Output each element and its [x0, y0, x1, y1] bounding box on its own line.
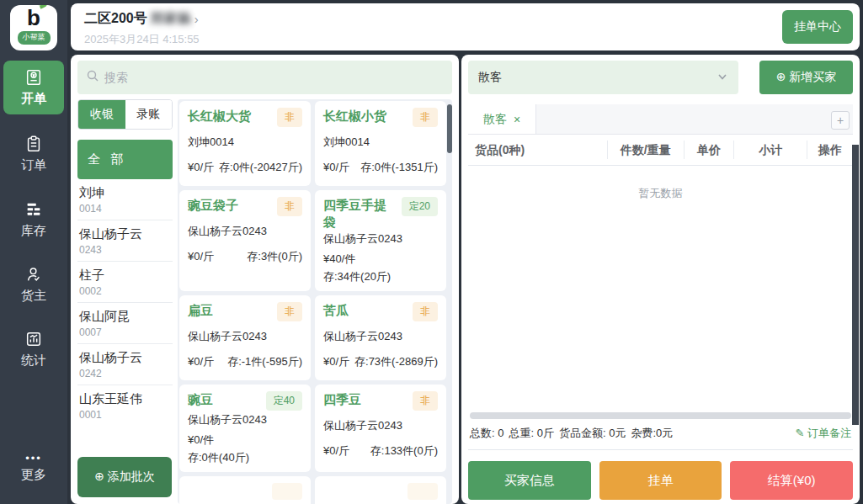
- col-qty-weight: 件数/重量: [607, 141, 684, 159]
- batch-item[interactable]: 保山杨子云 0243: [77, 220, 173, 262]
- add-buyer-button[interactable]: ⊕ 新增买家: [759, 61, 853, 94]
- batch-item[interactable]: 山东王延伟 0001: [77, 385, 173, 426]
- order-panel: 散客 ⊕ 新增买家 散客 × + 货品(0种) 件数/重量 单价 小计 操作 暂…: [461, 55, 860, 504]
- product-card-partial[interactable]: [315, 476, 446, 504]
- product-grid-scrollbar[interactable]: [447, 104, 452, 153]
- batch-name: 柱子: [79, 268, 171, 284]
- product-badge: 非: [277, 108, 302, 127]
- app-logo[interactable]: b 小帮菜: [10, 5, 57, 50]
- product-card[interactable]: 豌豆 定40 保山杨子云0243 ¥0/件 存:0件(40斤): [179, 385, 311, 472]
- product-stock: 存:3件(0斤): [247, 249, 302, 264]
- summary-label: 货品金额:: [559, 427, 606, 439]
- product-badge: 非: [277, 302, 302, 321]
- product-name: 扁豆: [188, 302, 272, 319]
- empty-state-text: 暂无数据: [468, 166, 853, 201]
- logo-letter: b: [27, 5, 40, 30]
- batch-item-all[interactable]: 全 部: [77, 140, 173, 179]
- batch-name: 保山杨子云: [79, 226, 171, 242]
- owner-icon: [24, 265, 43, 284]
- add-tab-button[interactable]: +: [831, 111, 850, 130]
- app-name: 小帮菜: [18, 31, 51, 45]
- buyer-select-value: 散客: [478, 70, 717, 85]
- batch-item[interactable]: 保山阿昆 0007: [77, 303, 173, 344]
- product-card[interactable]: 四季豆 非 保山杨子云0243 ¥0/斤 存:133件(0斤): [315, 385, 446, 472]
- search-box[interactable]: [77, 61, 452, 94]
- buyer-select[interactable]: 散客: [468, 61, 738, 94]
- order-tab-bar: 散客 × +: [468, 104, 853, 135]
- sidebar-item-label: 更多: [21, 467, 46, 483]
- order-summary: 总数: 0 总重: 0斤 货品金额: 0元 杂费:0元 ✎ 订单备注: [468, 426, 853, 450]
- batch-code: 0014: [79, 203, 171, 215]
- stats-icon: [24, 330, 43, 348]
- order-remark-link[interactable]: ✎ 订单备注: [795, 426, 851, 441]
- buyer-info-button[interactable]: 买家信息: [468, 461, 591, 500]
- batch-code: 0243: [79, 244, 171, 256]
- sidebar-item-label: 货主: [21, 288, 46, 304]
- add-batch-button[interactable]: ⊕ 添加批次: [77, 457, 172, 497]
- hang-order-button[interactable]: 挂单: [599, 461, 722, 500]
- sidebar-item-kucun[interactable]: 库存: [3, 200, 64, 239]
- stall-title[interactable]: 二区200号 郑家杨 ›: [84, 10, 853, 28]
- product-price: ¥40/件: [323, 252, 438, 267]
- summary-value: 0: [498, 427, 503, 439]
- batch-name: 保山杨子云: [79, 350, 171, 366]
- product-badge: [408, 483, 438, 500]
- order-table-hscrollbar[interactable]: [470, 412, 851, 419]
- batch-item[interactable]: 保山杨子云 0242: [77, 344, 173, 385]
- tab-cashier[interactable]: 收银: [78, 100, 125, 129]
- tab-bookkeeping[interactable]: 录账: [125, 100, 173, 129]
- order-table-body: 暂无数据: [468, 166, 853, 412]
- catalog-panel: 收银 录账 全 部 刘坤 0014 保山杨子云 0243 柱子 0002: [71, 55, 459, 504]
- batch-name: 保山阿昆: [79, 309, 171, 325]
- batch-code: 0002: [79, 285, 171, 297]
- product-stock: 存:73件(-2869斤): [354, 354, 438, 369]
- sidebar-item-label: 库存: [21, 223, 46, 239]
- product-price: ¥0/斤: [188, 354, 214, 369]
- product-card[interactable]: 长红椒大货 非 刘坤0014 ¥0/斤 存:0件(-20427斤): [179, 101, 311, 186]
- product-name: 苦瓜: [323, 302, 408, 319]
- pending-center-button[interactable]: 挂单中心: [782, 10, 853, 44]
- more-icon: •••: [25, 454, 42, 463]
- product-price: ¥0/斤: [323, 443, 349, 459]
- product-card[interactable]: 长红椒小货 非 刘坤0014 ¥0/斤 存:0件(-1351斤): [315, 101, 446, 186]
- settle-button[interactable]: 结算(¥0): [730, 461, 853, 500]
- mode-tabs: 收银 录账: [77, 99, 173, 130]
- chevron-right-icon: ›: [194, 12, 199, 26]
- product-card[interactable]: 四季豆手提袋 定20 保山杨子云0243 ¥40/件 存:34件(20斤): [315, 190, 446, 291]
- product-card[interactable]: 豌豆袋子 非 保山杨子云0243 ¥0/斤 存:3件(0斤): [179, 190, 311, 291]
- product-stock: 存:-1件(-595斤): [227, 354, 302, 369]
- sidebar-item-dingdan[interactable]: 订单: [3, 135, 64, 173]
- sidebar-item-label: 开单: [21, 91, 46, 107]
- product-badge: 非: [413, 302, 438, 321]
- summary-label: 总数:: [470, 427, 495, 439]
- close-icon[interactable]: ×: [514, 113, 520, 126]
- product-price: ¥0/斤: [188, 249, 214, 264]
- product-owner: 保山杨子云0243: [323, 418, 438, 433]
- product-card[interactable]: 扁豆 非 保山杨子云0243 ¥0/斤 存:-1件(-595斤): [179, 295, 311, 380]
- product-name: 四季豆: [323, 391, 408, 408]
- col-actions: 操作: [807, 141, 853, 159]
- product-badge: 定20: [402, 197, 438, 216]
- product-price: ¥0/件: [188, 432, 302, 448]
- order-table-vscrollbar[interactable]: [852, 145, 859, 425]
- product-card[interactable]: 苦瓜 非 保山杨子云0243 ¥0/斤 存:73件(-2869斤): [315, 295, 446, 380]
- order-tab-sanke[interactable]: 散客 ×: [468, 104, 536, 134]
- sidebar-item-tongji[interactable]: 统计: [3, 330, 64, 369]
- batch-code: 0242: [79, 368, 171, 379]
- sidebar-item-huozhu[interactable]: 货主: [3, 265, 64, 304]
- search-input[interactable]: [104, 71, 444, 84]
- product-owner: 保山杨子云0243: [323, 329, 438, 344]
- batch-item[interactable]: 刘坤 0014: [77, 179, 173, 220]
- product-price: ¥0/斤: [323, 160, 349, 175]
- col-subtotal: 小计: [733, 141, 807, 159]
- product-badge: 定40: [266, 391, 302, 411]
- product-stock: 存:0件(-1351斤): [360, 160, 438, 175]
- batch-item[interactable]: 柱子 0002: [77, 262, 173, 303]
- product-stock: 存:133件(0斤): [370, 443, 438, 459]
- sidebar-item-more[interactable]: ••• 更多: [3, 454, 64, 483]
- product-card-partial[interactable]: [179, 476, 311, 504]
- product-stock: 存:0件(-20427斤): [219, 160, 302, 175]
- sidebar-item-kaidan[interactable]: 开单: [3, 61, 64, 114]
- product-owner: 保山杨子云0243: [188, 412, 302, 427]
- summary-value: 0元: [609, 427, 626, 439]
